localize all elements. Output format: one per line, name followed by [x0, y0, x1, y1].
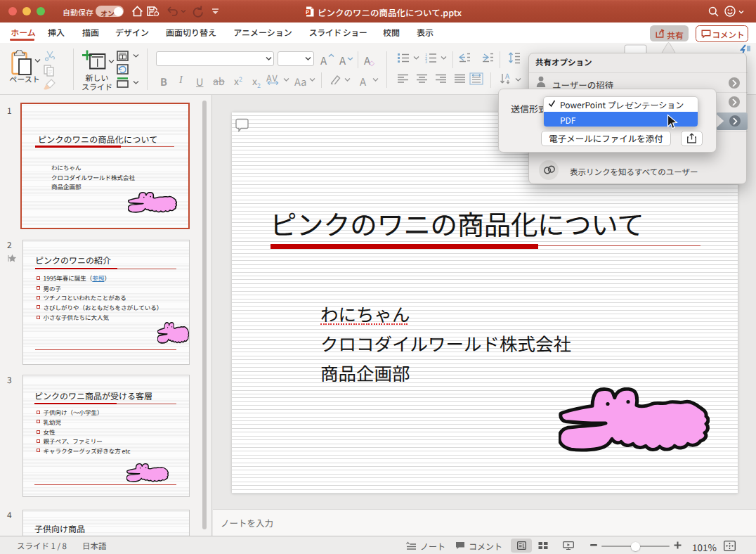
svg-text:A: A — [505, 72, 510, 81]
svg-text:3: 3 — [425, 59, 427, 63]
svg-text:P: P — [306, 8, 309, 15]
